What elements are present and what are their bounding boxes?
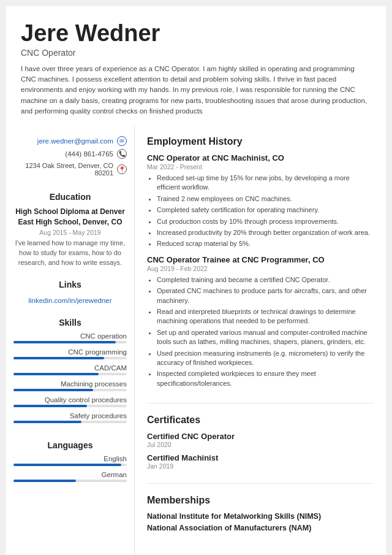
education-degree: High School Diploma at Denver East High … [13,207,127,228]
job-bullet: Reduced set-up time by 15% for new jobs,… [157,174,374,193]
job-bullet: Inspected completed workpieces to ensure… [157,369,374,388]
membership-entry: National Association of Manufacturers (N… [147,524,374,532]
links-title: Links [13,280,127,289]
job-bullets: Reduced set-up time by 15% for new jobs,… [147,174,374,249]
job-title: CNC Operator Trainee at CNC Programmer, … [147,255,374,264]
membership-entry: National Institute for Metalworking Skil… [147,512,374,521]
contact-address: 1234 Oak Street, Denver, CO 80201 📍 [13,162,127,177]
skill-item: Safety procedures [13,412,127,423]
skill-bar-bg [13,421,127,423]
membership-name: National Institute for Metalworking Skil… [147,512,374,521]
language-item: German [13,471,127,482]
resume-container: Jere Wedner CNC Operator I have over thr… [6,6,386,555]
candidate-summary: I have over three years of experience as… [21,64,371,117]
language-bar-bg [13,464,127,466]
job-entry: CNC Operator at CNC Machinist, CO Mar 20… [147,153,374,249]
job-bullet: Cut production costs by 10% through proc… [157,217,374,226]
phone-icon: 📞 [117,149,127,159]
skill-bar-bg [13,389,127,391]
skills-section: Skills CNC operation CNC programming CAD… [13,318,127,428]
main-content: jere.wedner@gmail.com ✉ (444) 861-4765 📞… [6,126,386,555]
education-dates: Aug 2015 - May 2019 [13,229,127,236]
skill-bar-fill [13,373,99,375]
cert-date: Jul 2020 [147,441,374,448]
language-label: English [13,455,127,462]
sidebar: jere.wedner@gmail.com ✉ (444) 861-4765 📞… [6,126,135,555]
contact-phone: (444) 861-4765 📞 [13,149,127,159]
job-dates: Aug 2019 - Feb 2022 [147,265,374,272]
employment-title: Employment History [147,136,374,147]
skill-bar-fill [13,357,104,359]
header-section: Jere Wedner CNC Operator I have over thr… [6,6,386,126]
job-bullet: Completed training and became a certifie… [157,275,374,285]
languages-list: English German [13,455,127,482]
skill-bar-fill [13,389,93,391]
language-bar-fill [13,480,76,482]
skill-item: CAD/CAM [13,364,127,375]
membership-name: National Association of Manufacturers (N… [147,524,374,532]
job-bullet: Used precision measuring instruments (e.… [157,349,374,368]
linkedin-link[interactable]: linkedin.com/in/jerewedner [28,297,111,304]
contact-section: jere.wedner@gmail.com ✉ (444) 861-4765 📞… [13,136,127,180]
skill-label: Quality control procedures [13,396,127,404]
address-text: 1234 Oak Street, Denver, CO 80201 [13,162,113,177]
languages-title: Languages [13,440,127,450]
language-label: German [13,471,127,478]
skill-bar-bg [13,405,127,407]
links-section: Links linkedin.com/in/jerewedner [13,280,127,305]
skill-bar-bg [13,373,127,375]
cert-name: Certified Machinist [147,453,374,462]
certificates-section: Certificates Certified CNC Operator Jul … [147,415,374,484]
certificates-title: Certificates [147,415,374,426]
skill-bar-fill [13,341,116,343]
skill-bar-bg [13,341,127,343]
cert-date: Jan 2019 [147,462,374,470]
skill-label: CAD/CAM [13,364,127,372]
cert-entry: Certified CNC Operator Jul 2020 [147,432,374,448]
cert-name: Certified CNC Operator [147,432,374,441]
skill-item: CNC programming [13,348,127,359]
employment-section: Employment History CNC Operator at CNC M… [147,136,374,404]
job-bullets: Completed training and became a certifie… [147,275,374,388]
job-bullet: Reduced scrap material by 5%. [157,239,374,248]
education-title: Education [13,192,127,202]
job-dates: Mar 2022 - Present [147,163,374,170]
skill-label: Machining processes [13,380,127,388]
phone-text: (444) 861-4765 [65,150,113,158]
skill-item: Quality control procedures [13,396,127,407]
memberships-section: Memberships National Institute for Metal… [147,495,374,544]
education-description: I've learned how to manage my time, how … [13,239,127,268]
language-bar-bg [13,480,127,482]
certs-list: Certified CNC Operator Jul 2020 Certifie… [147,432,374,470]
skill-bar-fill [13,421,81,423]
job-bullet: Operated CNC machines to produce parts f… [157,286,374,305]
candidate-title: CNC Operator [21,48,371,58]
job-bullet: Increased productivity by 20% through be… [157,228,374,237]
location-icon: 📍 [117,164,127,174]
skill-label: CNC programming [13,348,127,356]
skill-bar-bg [13,357,127,359]
memberships-title: Memberships [147,495,374,506]
candidate-name: Jere Wedner [21,21,371,47]
language-bar-fill [13,464,121,466]
job-bullet: Trained 2 new employees on CNC machines. [157,194,374,204]
skills-list: CNC operation CNC programming CAD/CAM Ma… [13,332,127,423]
language-item: English [13,455,127,466]
job-title: CNC Operator at CNC Machinist, CO [147,153,374,163]
skills-title: Skills [13,318,127,327]
job-entry: CNC Operator Trainee at CNC Programmer, … [147,255,374,388]
skill-item: CNC operation [13,332,127,343]
jobs-list: CNC Operator at CNC Machinist, CO Mar 20… [147,153,374,388]
job-bullet: Set up and operated various manual and c… [157,328,374,347]
job-bullet: Read and interpreted blueprints or techn… [157,307,374,326]
languages-section: Languages English German [13,440,127,487]
skill-label: CNC operation [13,332,127,340]
email-icon: ✉ [117,136,127,146]
job-bullet: Completed safety certification for opera… [157,205,374,215]
education-section: Education High School Diploma at Denver … [13,192,127,267]
skill-label: Safety procedures [13,412,127,419]
cert-entry: Certified Machinist Jan 2019 [147,453,374,470]
contact-email[interactable]: jere.wedner@gmail.com ✉ [13,136,127,146]
skill-bar-fill [13,405,87,407]
right-content: Employment History CNC Operator at CNC M… [135,126,386,555]
